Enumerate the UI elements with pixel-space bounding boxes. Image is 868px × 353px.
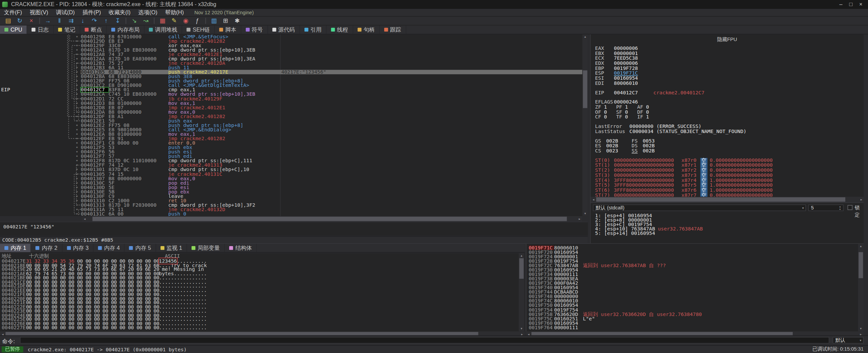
argument-count-stepper[interactable]: 5 ▲▼ [808, 204, 844, 211]
tab-handles[interactable]: 句柄 [353, 25, 379, 34]
step-out-icon[interactable]: ↑ [100, 17, 112, 25]
tab-locals[interactable]: 局部变量 [187, 244, 225, 252]
tab-symbols[interactable]: 符号 [241, 25, 268, 34]
minimize-button[interactable]: – [836, 0, 846, 9]
scroll-left-icon[interactable]: ◄ [82, 216, 87, 222]
stack-vertical-scrollbar[interactable]: ▲ ▼ [858, 244, 864, 331]
step-into-icon[interactable]: ↓ [77, 17, 88, 25]
tab-threads[interactable]: 线程 [327, 25, 353, 34]
menubar-item-4[interactable]: 收藏夹(I) [105, 8, 134, 16]
tab-dump2[interactable]: 内存 2 [31, 244, 62, 252]
menubar-item-0[interactable]: 文件(F) [0, 8, 26, 16]
disasm-horizontal-scrollbar[interactable]: ◄ ► [82, 216, 583, 222]
comment-icon[interactable]: ✎ [168, 17, 180, 25]
tab-struct[interactable]: 结构体 [225, 244, 257, 252]
script-icon [219, 28, 223, 32]
command-label: 命令: [2, 337, 15, 345]
disassembly-panel[interactable]: EIP •00401298E8 67010000call <JMP.&SetFo… [0, 34, 588, 216]
disasm-row[interactable]: •0040131C6A 00push 0 [0, 212, 583, 216]
fpu-block: ST(0)00000000000000000000x87r0空0.0000000… [595, 158, 863, 198]
tab-breakpoints[interactable]: 断点 [80, 25, 107, 34]
chevron-down-icon: ▼ [802, 205, 804, 210]
scroll-right-icon[interactable]: ► [577, 216, 582, 222]
argument-row[interactable]: 5: [esp+14] 00160954 [595, 231, 863, 236]
command-mode-select[interactable]: 默认 ▼ [833, 337, 864, 344]
stack-row[interactable]: 0019F76400000111 [527, 325, 858, 330]
registers-body: EAX00000006EBX00000001ECX7EED5C38EDX0000… [595, 46, 863, 198]
tab-watch1[interactable]: 监视 1 [156, 244, 187, 252]
watch1-icon [160, 246, 164, 250]
tab-cpu[interactable]: CPU [0, 25, 27, 34]
tab-call-stack[interactable]: 调用堆栈 [144, 25, 182, 34]
calculator-icon[interactable]: ⊞ [220, 17, 231, 25]
registers-horizontal-scrollbar[interactable]: ◄ ► [591, 197, 864, 202]
scroll-up-icon[interactable]: ▲ [583, 34, 588, 39]
stepper-arrows-icon[interactable]: ▲▼ [837, 205, 843, 210]
status-message: crackme2.exe: 0040217E -> 0040217E (0x00… [28, 347, 187, 352]
close-button[interactable]: × [856, 0, 866, 9]
tab-script[interactable]: 脚本 [215, 25, 241, 34]
stack-panel[interactable]: 0019F71C800060100019F720001609540019F724… [526, 244, 864, 331]
trace-into-icon[interactable]: ↘ [129, 17, 140, 25]
tab-dump3[interactable]: 内存 3 [62, 244, 94, 252]
dump-panel[interactable]: 地址 十六进制 ASCII 0040217E31 32 33 34 35 36 … [0, 253, 525, 331]
disasm-vertical-scrollbar[interactable]: ▲ ▼ [583, 34, 588, 216]
dump-row[interactable]: 0040227E00 00 00 00 00 00 00 00 00 00 00… [0, 326, 525, 330]
restart-icon[interactable]: ↻ [14, 17, 25, 25]
scroll-up-icon[interactable]: ▲ [858, 244, 864, 249]
calling-convention-select[interactable]: 默认 (stdcall) ▼ [593, 204, 806, 211]
flags-row[interactable]: CF0TF0IF1 [595, 115, 863, 120]
breakpoint-dot[interactable]: • [73, 212, 81, 216]
tab-dump4[interactable]: 内存 4 [94, 244, 125, 252]
animate-icon[interactable]: ⇉ [65, 17, 77, 25]
tab-notes[interactable]: 笔记 [54, 25, 80, 34]
trace-over-icon[interactable]: ↝ [140, 17, 152, 25]
breakpoint-icon[interactable]: ◉ [180, 17, 192, 25]
tab-memory-map[interactable]: 内存布局 [107, 25, 144, 34]
scroll-down-icon[interactable]: ▼ [519, 327, 524, 332]
function-icon[interactable]: ƒ [192, 17, 203, 25]
open-file-icon[interactable]: ▤ [2, 17, 14, 25]
segments-row[interactable]: CS0023SS002B [595, 149, 863, 154]
maximize-button[interactable]: □ [846, 0, 856, 9]
command-input[interactable] [20, 337, 829, 344]
tab-source[interactable]: 源代码 [268, 25, 300, 34]
register-laststatus[interactable]: LastStatusC0000034 (STATUS_OBJECT_NAME_N… [595, 129, 863, 134]
scroll-left-icon[interactable]: ◄ [591, 197, 596, 202]
menubar-item-2[interactable]: 调试(D) [52, 8, 79, 16]
menubar-item-1[interactable]: 视图(V) [26, 8, 52, 16]
memory-map-icon[interactable]: ▥ [208, 17, 220, 25]
scroll-right-icon[interactable]: ► [859, 197, 864, 202]
run-icon[interactable]: → [42, 17, 54, 25]
menubar-item-5[interactable]: 选项(O) [134, 8, 161, 16]
tab-trace[interactable]: 跟踪 [379, 25, 406, 34]
dump1-icon [4, 246, 8, 250]
disasm-status-text: CODE:004012B5 crackme2.exe:$12B5 #8B5 [2, 237, 113, 243]
scroll-down-icon[interactable]: ▼ [858, 327, 864, 332]
patch-icon[interactable]: ▦ [157, 17, 168, 25]
registers-panel[interactable]: 隐藏FPU EAX00000006EBX00000001ECX7EED5C38E… [590, 34, 864, 244]
flags-row[interactable]: ZF1PF1AF0 [595, 105, 863, 110]
tab-references[interactable]: 引用 [300, 25, 326, 34]
pause-icon[interactable]: ‖ [54, 17, 65, 25]
tab-seh[interactable]: SEH链 [182, 25, 215, 34]
scroll-up-icon[interactable]: ▲ [519, 253, 524, 258]
register-eip[interactable]: EIP004012C7crackme2.004012C7 [595, 90, 863, 95]
lock-checkbox[interactable] [848, 205, 853, 210]
menubar-item-6[interactable]: 帮助(H) [161, 8, 188, 16]
flags-row[interactable]: OF0SF0DF0 [595, 110, 863, 115]
settings-icon[interactable]: ✱ [231, 17, 243, 25]
tab-dump5[interactable]: 内存 5 [125, 244, 156, 252]
tab-log[interactable]: 日志 [27, 25, 54, 34]
hide-fpu-button[interactable]: 隐藏FPU [717, 36, 737, 43]
run-to-user-icon[interactable]: ↧ [112, 17, 123, 25]
register-edi[interactable]: EDI80006010 [595, 81, 863, 86]
scroll-down-icon[interactable]: ▼ [583, 211, 588, 216]
register-eflags[interactable]: EFLAGS00000246 [595, 100, 863, 105]
status-bar: 已暂停 crackme2.exe: 0040217E -> 0040217E (… [0, 345, 868, 353]
dump-vertical-scrollbar[interactable]: ▲ ▼ [519, 253, 524, 331]
tab-dump1[interactable]: 内存 1 [0, 244, 31, 252]
step-over-icon[interactable]: ↷ [88, 17, 100, 25]
menubar-item-3[interactable]: 插件(P) [79, 8, 105, 16]
stop-icon[interactable]: × [25, 17, 37, 25]
